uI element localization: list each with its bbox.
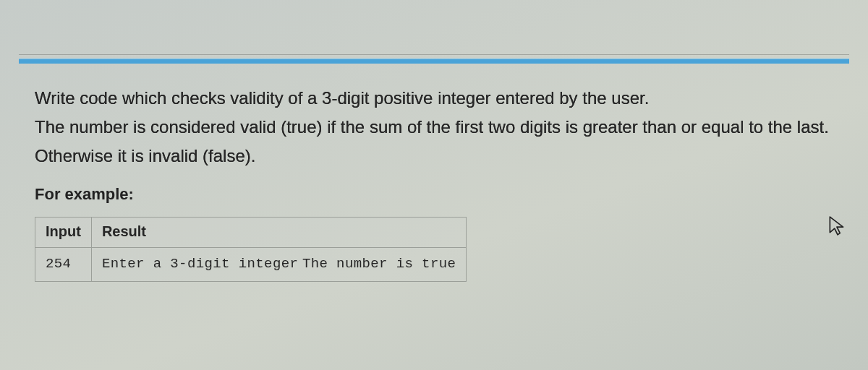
problem-line-2: The number is considered valid (true) if… <box>35 114 833 140</box>
example-label: For example: <box>35 185 833 204</box>
cell-input: 254 <box>35 248 92 282</box>
accent-bar <box>19 59 849 64</box>
table-header-row: Input Result <box>35 218 467 248</box>
question-content: Write code which checks validity of a 3-… <box>35 85 833 282</box>
example-table: Input Result 254 Enter a 3-digit integer… <box>35 217 467 282</box>
header-input: Input <box>35 218 92 248</box>
table-row: 254 Enter a 3-digit integer The number i… <box>35 248 467 282</box>
result-line-2: The number is true <box>302 256 456 272</box>
result-line-1: Enter a 3-digit integer <box>102 256 298 272</box>
header-result: Result <box>91 218 466 248</box>
problem-line-1: Write code which checks validity of a 3-… <box>35 85 833 111</box>
problem-line-3: Otherwise it is invalid (false). <box>35 143 833 169</box>
cell-result: Enter a 3-digit integer The number is tr… <box>91 248 466 282</box>
